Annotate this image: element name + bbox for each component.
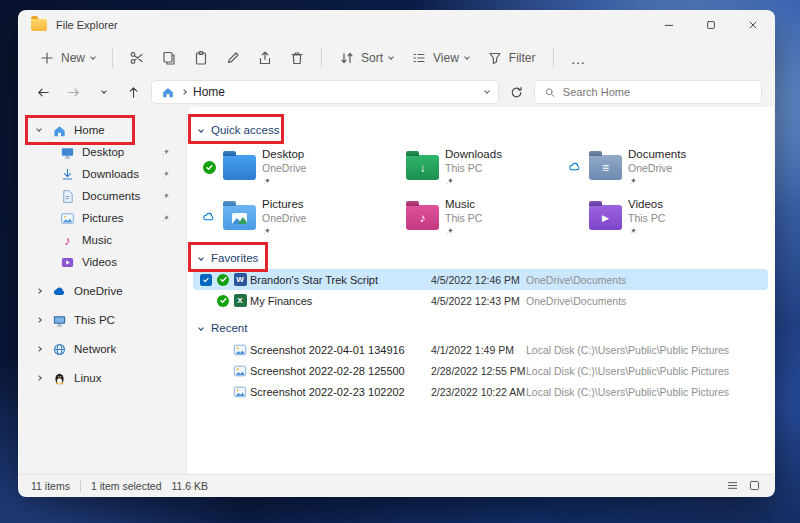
search-box[interactable]	[534, 80, 762, 104]
tile-documents[interactable]: ≡ Documents OneDrive	[567, 145, 748, 189]
file-explorer-icon	[31, 19, 47, 31]
new-button[interactable]: New	[31, 44, 103, 72]
desktop-icon	[59, 145, 76, 160]
word-document-icon	[234, 273, 247, 286]
search-icon	[544, 86, 556, 99]
sidebar-item-network[interactable]: Network	[23, 338, 182, 360]
file-date: 2/23/2022 10:22 AM	[431, 386, 523, 398]
network-globe-icon	[51, 342, 68, 357]
recent-locations-button[interactable]	[91, 80, 116, 104]
file-row-recent-3[interactable]: Screenshot 2022-02-23 102202 2/23/2022 1…	[193, 381, 768, 402]
checkbox-checked-icon[interactable]	[200, 274, 212, 286]
file-name: Brandon's Star Trek Script	[250, 274, 428, 286]
sidebar-item-this-pc[interactable]: This PC	[23, 309, 182, 331]
section-header-recent[interactable]: Recent	[187, 317, 774, 339]
paste-button[interactable]	[186, 44, 216, 72]
music-note-icon: ♪	[59, 234, 76, 247]
share-button[interactable]	[250, 44, 280, 72]
sidebar-item-linux[interactable]: Linux	[23, 367, 182, 389]
tile-location: OneDrive	[628, 162, 686, 176]
file-explorer-window: File Explorer New Sort View	[18, 10, 775, 497]
file-date: 4/1/2022 1:49 PM	[431, 344, 523, 356]
image-file-icon	[233, 343, 247, 357]
sidebar-item-downloads[interactable]: Downloads	[23, 163, 182, 185]
tile-location: This PC	[445, 162, 502, 176]
pin-icon	[262, 177, 306, 187]
tile-music[interactable]: ♪ Music This PC	[384, 195, 565, 239]
more-options-button[interactable]: …	[563, 44, 595, 73]
sidebar-item-desktop[interactable]: Desktop	[23, 141, 182, 163]
cut-button[interactable]	[122, 44, 152, 72]
file-row-favorite-1[interactable]: Brandon's Star Trek Script 4/5/2022 12:4…	[193, 269, 768, 290]
file-row-recent-1[interactable]: Screenshot 2022-04-01 134916 4/1/2022 1:…	[193, 339, 768, 360]
image-file-icon	[233, 364, 247, 378]
filter-button-label: Filter	[509, 51, 536, 65]
linux-penguin-icon	[51, 371, 68, 386]
file-row-favorite-2[interactable]: My Finances 4/5/2022 12:43 PM OneDrive\D…	[193, 290, 768, 311]
picture-icon	[59, 211, 76, 226]
file-name: Screenshot 2022-02-23 102202	[250, 386, 428, 398]
tile-videos[interactable]: ▶ Videos This PC	[567, 195, 748, 239]
file-location: Local Disk (C:)\Users\Public\Public Pict…	[526, 344, 729, 356]
share-icon	[257, 50, 273, 66]
video-icon	[59, 255, 76, 270]
tile-name: Desktop	[262, 147, 306, 162]
tile-desktop[interactable]: Desktop OneDrive	[201, 145, 382, 189]
toolbar: New Sort View Filter …	[19, 39, 774, 77]
file-row-recent-2[interactable]: Screenshot 2022-02-28 125500 2/28/2022 1…	[193, 360, 768, 381]
computer-icon	[51, 313, 68, 328]
large-icons-view-button[interactable]	[746, 478, 762, 494]
file-date: 4/5/2022 12:46 PM	[431, 274, 523, 286]
back-button[interactable]	[31, 80, 56, 104]
tile-pictures[interactable]: Pictures OneDrive	[201, 195, 382, 239]
home-icon	[161, 85, 175, 99]
address-bar[interactable]: Home	[151, 80, 499, 104]
tile-name: Pictures	[262, 197, 306, 212]
sidebar-item-music[interactable]: ♪ Music	[23, 229, 182, 251]
breadcrumb-home[interactable]: Home	[193, 85, 225, 99]
sidebar-item-documents[interactable]: Documents	[23, 185, 182, 207]
folder-icon	[223, 205, 256, 230]
chevron-down-icon	[198, 127, 204, 133]
delete-button[interactable]	[282, 44, 312, 72]
folder-icon: ≡	[589, 155, 622, 180]
search-input[interactable]	[563, 86, 752, 98]
details-view-button[interactable]	[724, 478, 740, 494]
folder-icon: ↓	[406, 155, 439, 180]
window-body: Home Desktop Downloads Documents Picture…	[19, 107, 774, 474]
file-date: 4/5/2022 12:43 PM	[431, 295, 523, 307]
filter-button[interactable]: Filter	[479, 44, 544, 72]
refresh-button[interactable]	[504, 80, 529, 104]
minimize-button[interactable]	[648, 11, 690, 39]
sidebar-item-label: Videos	[82, 256, 117, 268]
title-bar[interactable]: File Explorer	[19, 11, 774, 39]
pin-icon	[262, 227, 306, 237]
copy-button[interactable]	[154, 44, 184, 72]
view-button[interactable]: View	[403, 44, 477, 72]
up-button[interactable]	[121, 80, 146, 104]
close-button[interactable]	[732, 11, 774, 39]
sidebar-item-label: Documents	[82, 190, 140, 202]
sort-icon	[339, 50, 355, 66]
sidebar-item-videos[interactable]: Videos	[23, 251, 182, 273]
view-button-label: View	[433, 51, 459, 65]
rename-button[interactable]	[218, 44, 248, 72]
section-header-favorites[interactable]: Favorites	[187, 247, 774, 269]
sidebar-item-home[interactable]: Home	[23, 119, 182, 141]
maximize-button[interactable]	[690, 11, 732, 39]
synced-icon	[217, 295, 229, 307]
pin-icon	[161, 148, 170, 157]
sidebar-item-pictures[interactable]: Pictures	[23, 207, 182, 229]
sidebar-item-onedrive[interactable]: OneDrive	[23, 280, 182, 302]
forward-button[interactable]	[61, 80, 86, 104]
section-header-quick-access[interactable]: Quick access	[187, 119, 774, 141]
sidebar-item-label: Pictures	[82, 212, 124, 224]
cloud-status-icon	[568, 160, 582, 174]
close-icon	[747, 19, 759, 31]
selection-size: 11.6 KB	[172, 480, 209, 492]
tile-downloads[interactable]: ↓ Downloads This PC	[384, 145, 565, 189]
chevron-down-icon[interactable]	[484, 88, 490, 94]
download-icon	[59, 167, 76, 182]
sort-button[interactable]: Sort	[331, 44, 401, 72]
tile-location: OneDrive	[262, 212, 306, 226]
